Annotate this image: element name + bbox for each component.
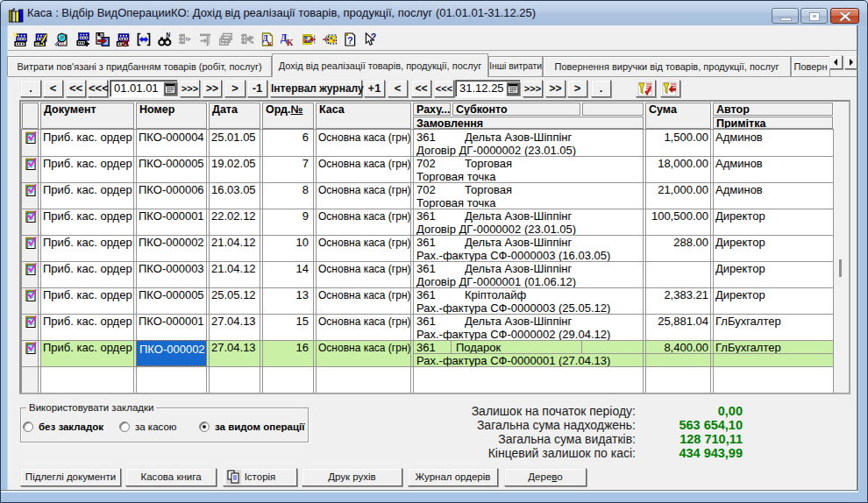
svg-text:?: ? (371, 32, 376, 42)
svg-text:N: N (167, 32, 171, 38)
svg-text:К: К (287, 38, 294, 46)
svg-text:?: ? (347, 35, 353, 46)
svg-text:к: к (267, 39, 272, 46)
